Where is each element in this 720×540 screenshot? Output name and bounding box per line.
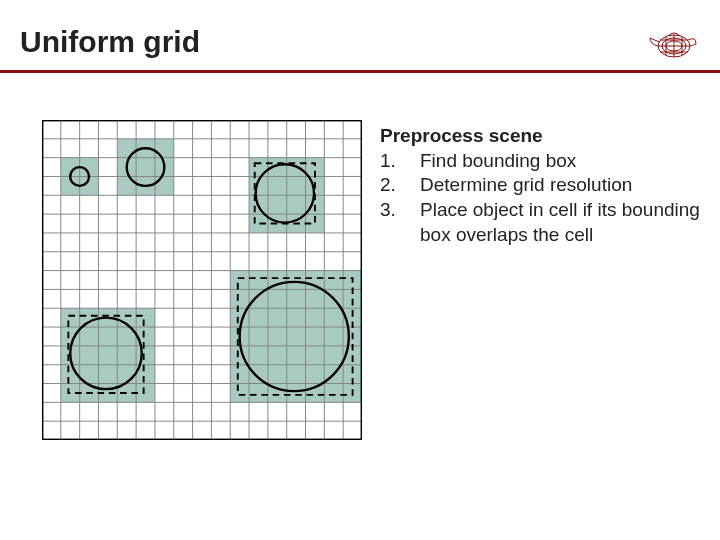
svg-rect-39 bbox=[80, 308, 99, 327]
svg-rect-31 bbox=[268, 195, 287, 214]
svg-rect-88 bbox=[306, 327, 325, 346]
svg-rect-96 bbox=[324, 346, 343, 365]
svg-rect-70 bbox=[230, 289, 249, 308]
svg-rect-98 bbox=[230, 365, 249, 384]
svg-rect-68 bbox=[324, 271, 343, 290]
svg-rect-78 bbox=[249, 308, 268, 327]
svg-rect-94 bbox=[287, 346, 306, 365]
section-heading: Preprocess scene bbox=[380, 124, 700, 149]
svg-rect-74 bbox=[306, 289, 325, 308]
svg-rect-51 bbox=[117, 346, 136, 365]
svg-rect-93 bbox=[268, 346, 287, 365]
svg-rect-50 bbox=[98, 346, 117, 365]
svg-rect-47 bbox=[136, 327, 155, 346]
svg-rect-86 bbox=[268, 327, 287, 346]
step-number: 2. bbox=[380, 173, 420, 198]
svg-rect-105 bbox=[230, 384, 249, 403]
uniform-grid-diagram bbox=[42, 120, 362, 440]
svg-rect-9 bbox=[117, 139, 136, 158]
step-text: Place object in cell if its bounding box… bbox=[420, 198, 700, 247]
title-divider bbox=[0, 70, 720, 73]
svg-rect-43 bbox=[61, 327, 80, 346]
text-column: Preprocess scene 1. Find bounding box 2.… bbox=[380, 124, 700, 440]
svg-rect-89 bbox=[324, 327, 343, 346]
svg-rect-45 bbox=[98, 327, 117, 346]
svg-rect-92 bbox=[249, 346, 268, 365]
svg-rect-28 bbox=[287, 176, 306, 195]
svg-rect-72 bbox=[268, 289, 287, 308]
svg-rect-44 bbox=[80, 327, 99, 346]
svg-rect-22 bbox=[249, 158, 268, 177]
svg-rect-106 bbox=[249, 384, 268, 403]
svg-rect-55 bbox=[98, 365, 117, 384]
svg-rect-110 bbox=[324, 384, 343, 403]
svg-rect-64 bbox=[249, 271, 268, 290]
slide-title: Uniform grid bbox=[20, 25, 200, 59]
step-number: 3. bbox=[380, 198, 420, 247]
step-number: 1. bbox=[380, 149, 420, 174]
svg-rect-82 bbox=[324, 308, 343, 327]
svg-rect-17 bbox=[155, 176, 174, 195]
svg-rect-62 bbox=[136, 384, 155, 403]
svg-rect-52 bbox=[136, 346, 155, 365]
svg-rect-100 bbox=[268, 365, 287, 384]
svg-rect-27 bbox=[268, 176, 287, 195]
svg-rect-71 bbox=[249, 289, 268, 308]
svg-rect-56 bbox=[117, 365, 136, 384]
svg-rect-102 bbox=[306, 365, 325, 384]
svg-rect-66 bbox=[287, 271, 306, 290]
svg-rect-49 bbox=[80, 346, 99, 365]
step-text: Determine grid resolution bbox=[420, 173, 700, 198]
svg-rect-38 bbox=[61, 308, 80, 327]
svg-rect-73 bbox=[287, 289, 306, 308]
svg-rect-42 bbox=[136, 308, 155, 327]
svg-rect-81 bbox=[306, 308, 325, 327]
svg-rect-80 bbox=[287, 308, 306, 327]
svg-rect-101 bbox=[287, 365, 306, 384]
svg-rect-99 bbox=[249, 365, 268, 384]
svg-rect-79 bbox=[268, 308, 287, 327]
svg-rect-63 bbox=[230, 271, 249, 290]
step-item: 2. Determine grid resolution bbox=[380, 173, 700, 198]
svg-rect-108 bbox=[287, 384, 306, 403]
step-item: 3. Place object in cell if its bounding … bbox=[380, 198, 700, 247]
step-text: Find bounding box bbox=[420, 149, 700, 174]
svg-rect-11 bbox=[155, 139, 174, 158]
step-item: 1. Find bounding box bbox=[380, 149, 700, 174]
svg-rect-15 bbox=[117, 176, 136, 195]
svg-rect-13 bbox=[136, 158, 155, 177]
svg-rect-87 bbox=[287, 327, 306, 346]
svg-rect-85 bbox=[249, 327, 268, 346]
svg-rect-95 bbox=[306, 346, 325, 365]
svg-rect-32 bbox=[287, 195, 306, 214]
teapot-logo-icon bbox=[644, 22, 700, 62]
